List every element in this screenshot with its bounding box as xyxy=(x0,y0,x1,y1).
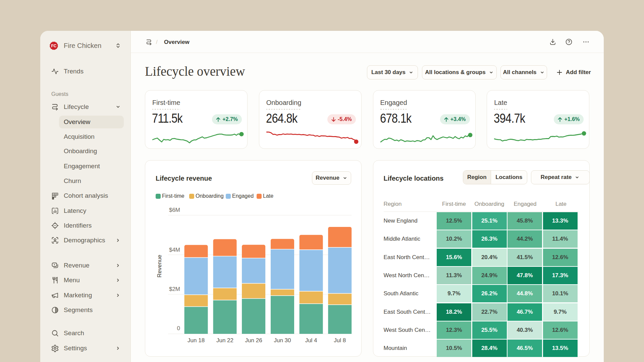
svg-text:Jun 30: Jun 30 xyxy=(274,337,291,344)
svg-text:$6M: $6M xyxy=(169,207,180,213)
svg-text:FC: FC xyxy=(51,44,57,48)
svg-text:Revenue: Revenue xyxy=(156,255,163,278)
svg-text:Jun 26: Jun 26 xyxy=(245,337,262,344)
svg-text:$4M: $4M xyxy=(169,247,180,253)
svg-text:Jun 18: Jun 18 xyxy=(187,337,205,344)
svg-text:Jun 22: Jun 22 xyxy=(216,337,233,344)
svg-text:0: 0 xyxy=(177,325,180,331)
svg-text:Jul 4: Jul 4 xyxy=(305,337,317,344)
svg-text:$2M: $2M xyxy=(169,286,180,292)
svg-text:Jul 8: Jul 8 xyxy=(334,337,346,344)
